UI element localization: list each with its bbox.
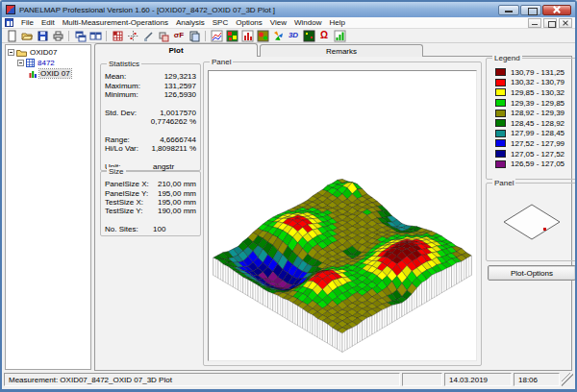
paste-button[interactable]	[187, 30, 202, 42]
open-folder-icon	[21, 30, 34, 42]
histogram-button[interactable]	[239, 30, 255, 42]
mdi-minimize-button[interactable]	[528, 18, 541, 28]
legend-row: 126,59 - 127,05	[487, 159, 577, 169]
color-map-button[interactable]	[224, 30, 239, 42]
surface-plot-canvas	[208, 70, 477, 361]
stat-value: 126,5930	[149, 90, 196, 99]
panel-grid-icon	[112, 30, 124, 42]
probe-button[interactable]	[140, 30, 156, 42]
tile-windows-button[interactable]	[88, 30, 103, 42]
measurement-chart-icon	[29, 69, 38, 78]
legend-range: 130,32 - 130,79	[511, 78, 564, 86]
size-value: 210,00 mm	[149, 180, 196, 188]
color-map-icon	[226, 30, 238, 42]
legend-row: 127,05 - 127,52	[487, 149, 577, 159]
cascade-windows-button[interactable]	[72, 30, 88, 42]
view-3d-button[interactable]: 3D	[286, 30, 301, 42]
legend-entries: 130,79 - 131,25 130,32 - 130,79 129,85 -…	[487, 67, 577, 169]
stat-label: Hi/Lo Var:	[105, 144, 149, 153]
app-window: PANELMAP Professional Version 1.60 - [OX…	[0, 0, 577, 392]
size-row	[101, 216, 200, 225]
legend-swatch	[495, 160, 506, 168]
stat-value: 1,0017570	[149, 109, 196, 117]
panel-title: Panel	[210, 58, 233, 66]
tree-label: OXID07	[29, 48, 58, 57]
minimize-button[interactable]	[498, 5, 519, 15]
size-row: PanelSize Y: 195,00 mm	[101, 188, 200, 197]
legend-swatch	[495, 130, 506, 137]
sigma-f-icon: σF	[174, 32, 184, 39]
tree-item-oxid07[interactable]: OXID07	[6, 47, 90, 58]
menu-item[interactable]: Window	[290, 18, 325, 27]
rotate-3d-icon	[272, 30, 285, 42]
mdi-child-icon[interactable]	[5, 18, 13, 27]
tab-plot[interactable]: Plot	[94, 43, 258, 57]
menu-item[interactable]: Multi-Measurement-Operations	[59, 18, 172, 27]
menu-item[interactable]: Edit	[38, 18, 59, 27]
mdi-close-button[interactable]	[559, 18, 572, 28]
measurement-tree: OXID07 8472 OXID 07	[5, 44, 91, 370]
open-button[interactable]	[19, 30, 35, 42]
close-button[interactable]	[542, 5, 571, 15]
size-value: 195,00 mm	[149, 189, 196, 198]
print-button[interactable]	[50, 30, 65, 42]
statistics-title: Statistics	[107, 60, 141, 68]
toolbar: σF 3D Ω	[2, 29, 575, 43]
surface-map-icon	[257, 30, 269, 42]
toolbar-separator	[68, 31, 69, 41]
legend-swatch	[495, 110, 506, 117]
tree-label: 8472	[37, 59, 56, 67]
plot-page: Statistics Mean: 129,3213 Maximum: 131,2…	[94, 56, 572, 371]
copy-panel-button[interactable]	[156, 30, 171, 42]
menu-item[interactable]: SPC	[209, 18, 232, 27]
tab-remarks[interactable]: Remarks	[260, 44, 423, 57]
legend-swatch	[495, 150, 506, 158]
collapse-icon[interactable]	[17, 60, 24, 66]
legend-swatch	[495, 139, 506, 147]
dark-map-icon	[303, 30, 315, 42]
stat-value: 131,2597	[149, 82, 196, 90]
line-chart-button[interactable]	[209, 30, 224, 42]
resize-grip[interactable]	[562, 373, 573, 386]
legend-row: 130,32 - 130,79	[487, 78, 577, 88]
maximize-button[interactable]	[520, 5, 541, 15]
surface-map-button[interactable]	[255, 30, 270, 42]
menu-item[interactable]: Help	[325, 18, 348, 27]
save-button[interactable]	[35, 30, 50, 42]
new-button[interactable]	[4, 30, 19, 42]
alignment-cross-button[interactable]	[125, 30, 140, 42]
menu-item[interactable]: View	[266, 18, 290, 27]
rotate-3d-button[interactable]	[270, 30, 286, 42]
plot-options-button[interactable]: Plot-Options	[488, 265, 576, 281]
sigma-f-button[interactable]: σF	[171, 30, 187, 42]
omega-button[interactable]: Ω	[316, 30, 332, 42]
menu-item[interactable]: Analysis	[172, 18, 209, 27]
stat-value: 1,8098211 %	[149, 144, 196, 153]
tree-item-8472[interactable]: 8472	[6, 58, 90, 68]
mdi-restore-button[interactable]	[543, 18, 557, 28]
tree-item-oxid-07[interactable]: OXID 07	[6, 68, 90, 79]
legend-range: 127,52 - 127,99	[511, 139, 564, 148]
stat-row: Range: 4,6666744	[101, 135, 200, 144]
app-icon	[6, 5, 15, 14]
dark-map-button[interactable]	[301, 30, 316, 42]
new-page-icon	[6, 30, 18, 42]
menu-item[interactable]: Options	[232, 18, 266, 27]
site-chart-button[interactable]	[332, 30, 347, 42]
collapse-icon[interactable]	[8, 49, 14, 56]
legend-range: 127,05 - 127,52	[511, 150, 564, 159]
folder-icon	[16, 48, 27, 57]
legend-row: 127,52 - 127,99	[487, 138, 577, 149]
panel-preview-title: Panel	[492, 179, 515, 187]
size-row: No. Sites: 100	[101, 225, 200, 233]
stat-label: Std. Dev:	[105, 109, 149, 117]
legend-row: 129,39 - 129,85	[487, 98, 577, 109]
size-value: 100	[149, 225, 196, 233]
status-bar: Measurement: OXID07_8472_OXID 07_3D Plot…	[2, 371, 575, 389]
menu-item[interactable]: File	[17, 18, 38, 27]
panel-grid-button[interactable]	[110, 30, 125, 42]
stat-row	[101, 154, 200, 162]
site-chart-icon	[334, 30, 346, 42]
stat-row: Mean: 129,3213	[101, 72, 200, 81]
tree-label-selected: OXID 07	[39, 69, 71, 78]
